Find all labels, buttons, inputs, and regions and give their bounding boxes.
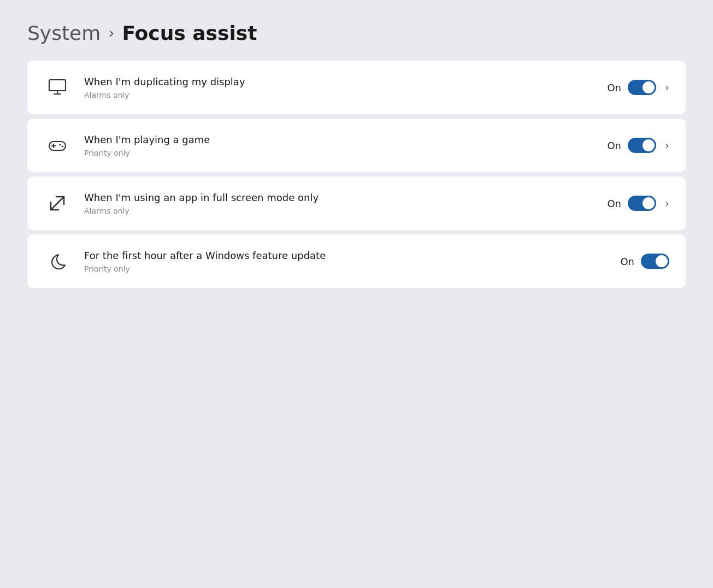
monitor-icon xyxy=(44,74,71,101)
setting-card-windows-update[interactable]: For the first hour after a Windows featu… xyxy=(27,234,686,288)
setting-status-windows-update: On xyxy=(620,256,634,267)
page-title: Focus assist xyxy=(122,22,257,44)
setting-title-windows-update: For the first hour after a Windows featu… xyxy=(84,249,607,262)
breadcrumb-separator: › xyxy=(108,24,114,42)
toggle-fullscreen-app[interactable] xyxy=(628,196,656,211)
chevron-right-icon-fullscreen-app[interactable]: › xyxy=(665,197,669,210)
settings-list: When I'm duplicating my displayAlarms on… xyxy=(27,61,686,288)
toggle-thumb-windows-update xyxy=(656,255,668,267)
toggle-playing-game[interactable] xyxy=(628,138,656,153)
svg-point-7 xyxy=(62,146,63,148)
setting-subtitle-playing-game: Priority only xyxy=(84,149,594,157)
crescent-icon xyxy=(44,248,71,275)
fullscreen-icon xyxy=(44,190,71,217)
page-header: System › Focus assist xyxy=(27,22,686,44)
chevron-right-icon-duplicating-display[interactable]: › xyxy=(665,81,669,94)
toggle-thumb-playing-game xyxy=(643,139,655,151)
setting-title-duplicating-display: When I'm duplicating my display xyxy=(84,75,594,88)
setting-subtitle-duplicating-display: Alarms only xyxy=(84,91,594,99)
svg-line-8 xyxy=(51,197,64,210)
setting-subtitle-windows-update: Priority only xyxy=(84,264,607,273)
toggle-thumb-fullscreen-app xyxy=(643,197,655,209)
setting-status-duplicating-display: On xyxy=(607,82,621,93)
toggle-windows-update[interactable] xyxy=(641,254,669,269)
setting-card-fullscreen-app[interactable]: When I'm using an app in full screen mod… xyxy=(27,177,686,230)
setting-card-playing-game[interactable]: When I'm playing a gamePriority onlyOn› xyxy=(27,119,686,172)
gamepad-icon xyxy=(44,132,71,159)
setting-title-playing-game: When I'm playing a game xyxy=(84,133,594,146)
breadcrumb-parent[interactable]: System xyxy=(27,22,101,44)
svg-point-6 xyxy=(60,144,61,146)
setting-card-duplicating-display[interactable]: When I'm duplicating my displayAlarms on… xyxy=(27,61,686,114)
setting-title-fullscreen-app: When I'm using an app in full screen mod… xyxy=(84,191,594,204)
setting-subtitle-fullscreen-app: Alarms only xyxy=(84,207,594,215)
chevron-right-icon-playing-game[interactable]: › xyxy=(665,139,669,152)
toggle-thumb-duplicating-display xyxy=(643,81,655,93)
toggle-duplicating-display[interactable] xyxy=(628,80,656,95)
svg-rect-0 xyxy=(49,80,66,91)
setting-status-playing-game: On xyxy=(607,140,621,151)
setting-status-fullscreen-app: On xyxy=(607,198,621,209)
